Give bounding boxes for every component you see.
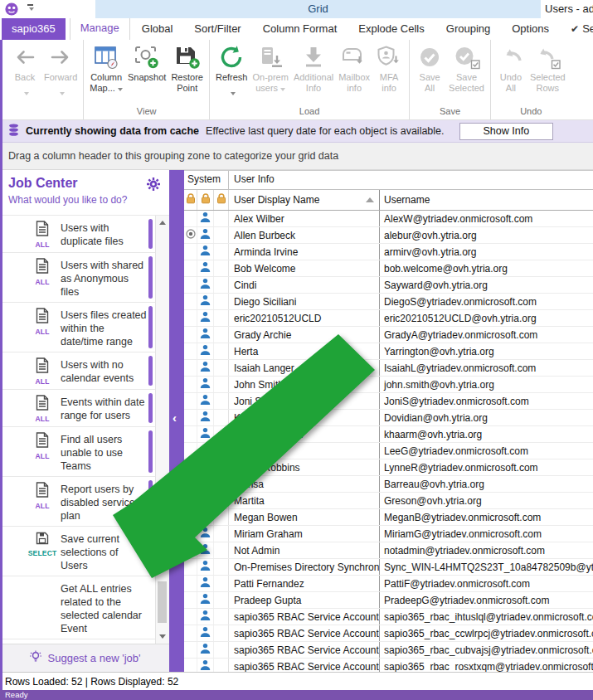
table-row[interactable]: John Smithjohn.smith@ovh.ytria.org <box>184 377 593 393</box>
table-row[interactable]: MartitaGreson@ovh.ytria.org <box>184 493 593 509</box>
suggest-job-button[interactable]: Suggest a new 'job' <box>0 644 169 672</box>
column-header-display-name-label: User Display Name <box>234 194 319 206</box>
show-info-button[interactable]: Show Info <box>459 123 554 140</box>
tab-manage[interactable]: Manage <box>70 18 130 40</box>
forward-button[interactable]: Forward <box>41 41 80 90</box>
quick-access-dropdown-icon[interactable] <box>27 4 34 11</box>
cell-empty <box>214 459 229 475</box>
table-row[interactable]: Isaiah LangerIsaiahL@ytriadev.onmicrosof… <box>184 360 593 377</box>
table-row[interactable]: sapio365 RBAC Service Accountsapio365_rb… <box>184 642 593 659</box>
tab-sapio365[interactable]: sapio365 <box>2 18 66 40</box>
table-row[interactable]: Joni ShermanJoniS@ytriadev.onmicrosoft.c… <box>184 393 593 410</box>
cell-display-name: Not Admin <box>229 542 380 558</box>
group-header-system[interactable]: System <box>184 171 229 189</box>
job-item-3[interactable]: ALLUsers files created within the date/t… <box>0 303 155 352</box>
button-label: Mailboxinfo <box>338 72 370 94</box>
job-item-label: Events within date range for users <box>55 395 147 423</box>
table-row[interactable]: KariDovidian@ovh.ytria.org <box>184 410 593 426</box>
scrollbar-thumb[interactable] <box>158 581 167 623</box>
cell-empty <box>214 277 229 293</box>
snapshot-button[interactable]: Snapshot <box>125 41 168 83</box>
job-item-4[interactable]: ALLUsers with no calendar events <box>0 352 155 390</box>
onprem-icon <box>256 44 284 70</box>
job-item-label: Users with duplicate files <box>55 221 147 249</box>
tab-explode-cells[interactable]: Explode Cells <box>348 18 435 40</box>
job-item-8[interactable]: SELECTSave current selections of Users <box>0 527 155 576</box>
cell-display-name: eric20210512UCLD <box>229 310 380 326</box>
table-row[interactable]: Lynne RobbinsLynneR@ytriadev.onmicrosoft… <box>184 459 593 476</box>
table-row[interactable]: Megan BowenMeganB@ytriadev.onmicrosoft.c… <box>184 509 593 526</box>
table-row[interactable]: Patti FernandezPattiF@ytriadev.onmicroso… <box>184 576 593 592</box>
scroll-down-icon[interactable] <box>159 634 166 639</box>
table-row[interactable]: sapio365 RBAC Service Accountsapio365_rb… <box>184 625 593 642</box>
job-item-7[interactable]: ALLReport users by disabled service plan <box>0 477 155 527</box>
table-row[interactable]: eric20210512UCLDeric20210512UCLD@ovh.ytr… <box>184 310 593 327</box>
job-item-2[interactable]: ALLUsers with shared as Anonymous files <box>0 253 155 303</box>
table-row[interactable]: HertaYarrington@ovh.ytria.org <box>184 343 593 360</box>
collapse-strip[interactable]: ‹ <box>169 170 184 672</box>
cell-user-type <box>197 642 214 658</box>
column-header-lock-3[interactable] <box>214 190 229 210</box>
table-row[interactable]: Grady ArchieGradyA@ytriadev.onmicrosoft.… <box>184 327 593 343</box>
job-center-title: Job Center <box>8 176 163 191</box>
job-item-9[interactable]: Get ALL entries related to the selected … <box>0 576 155 639</box>
tab-sort-filter[interactable]: Sort/Filter <box>184 18 250 40</box>
colmap-button[interactable]: ColumnMap... <box>87 41 125 94</box>
table-row[interactable]: On-Premises Directory SynchronSync_WIN-L… <box>184 559 593 576</box>
gear-icon[interactable] <box>146 177 161 192</box>
database-icon <box>8 124 19 139</box>
mailbox-button[interactable]: Mailboxinfo <box>336 41 372 94</box>
table-row[interactable]: CindiSayward@ovh.ytria.org <box>184 277 593 294</box>
cell-username: DiegoS@ytriadev.onmicrosoft.com <box>380 294 593 309</box>
table-row[interactable]: Arminda Irvinearmirv@ovh.ytria.org <box>184 244 593 260</box>
onprem-button[interactable]: On-premusers <box>250 41 290 94</box>
undoall-button[interactable]: UndoAll <box>494 41 527 94</box>
table-row[interactable]: Allen Burbeckalebur@ovh.ytria.org <box>184 227 593 244</box>
table-row[interactable]: Alex WilberAlexW@ytriadev.onmicrosoft.co… <box>184 211 593 227</box>
column-header-display-name[interactable]: User Display Name <box>229 190 380 210</box>
job-item-10[interactable]: TEST IMPORT USERSView by status <box>0 639 155 644</box>
restore-button[interactable]: RestorePoint <box>168 41 206 94</box>
column-header-lock-2[interactable] <box>197 190 214 210</box>
table-row[interactable]: Pradeep GuptaPradeepG@ytriadev.onmicroso… <box>184 592 593 609</box>
ribbon-group-label: Load <box>213 105 406 119</box>
tab-global[interactable]: Global <box>132 18 183 40</box>
back-button[interactable]: Back <box>8 41 41 90</box>
saveall-button[interactable]: SaveAll <box>413 41 446 94</box>
job-item-5[interactable]: ALLEvents within date range for users <box>0 390 155 427</box>
scroll-up-icon[interactable] <box>159 221 166 225</box>
tab-column-format[interactable]: Column Format <box>253 18 348 40</box>
tab-grouping[interactable]: Grouping <box>436 18 500 40</box>
grouping-zone[interactable]: Drag a column header to this grouping zo… <box>0 143 593 170</box>
app-logo-icon[interactable] <box>5 2 18 16</box>
tab-options[interactable]: Options <box>502 18 559 40</box>
collapse-chevron-icon[interactable]: ‹ <box>173 411 177 425</box>
scope-badge: SELECT <box>28 549 57 557</box>
table-row[interactable]: Not Adminnotadmin@ytriadev.onmicrosoft.c… <box>184 542 593 559</box>
table-row[interactable]: sapio365 RBAC Service Accountsapio365_rb… <box>184 609 593 625</box>
refresh-button[interactable]: Refresh <box>213 41 250 90</box>
group-header-user-info[interactable]: User Info <box>229 171 593 189</box>
user-icon <box>200 543 211 557</box>
savesel-button[interactable]: SaveSelected <box>446 41 487 94</box>
job-item-1[interactable]: ALLUsers with duplicate files <box>0 216 155 253</box>
undosel-button[interactable]: SelectedRows <box>527 41 568 94</box>
table-row[interactable]: Khalid Armitagekhaarm@ovh.ytria.org <box>184 426 593 443</box>
tab-session[interactable]: ✔Session <box>561 18 593 40</box>
table-row[interactable]: Bob Welcomebob.welcome@ovh.ytria.org <box>184 260 593 277</box>
cell-username: AlexW@ytriadev.onmicrosoft.com <box>380 211 593 226</box>
table-row[interactable]: MarisaBarreau@ovh.ytria.org <box>184 476 593 493</box>
cell-system-marker <box>184 393 197 409</box>
column-header-username[interactable]: Username <box>380 190 593 210</box>
table-row[interactable]: Lee GuLeeG@ytriadev.onmicrosoft.com <box>184 443 593 459</box>
button-label: On-premusers <box>252 72 288 94</box>
job-item-6[interactable]: ALLFind all users unable to use Teams <box>0 427 155 477</box>
mfa-button[interactable]: MFAinfo <box>372 41 406 94</box>
table-row[interactable]: sapio365 RBAC Service Accountsapio365_rb… <box>184 659 593 672</box>
addinfo-button[interactable]: AdditionalInfo <box>291 41 336 94</box>
cell-empty <box>214 360 229 376</box>
sidebar-scrollbar[interactable] <box>155 216 169 644</box>
column-header-lock-1[interactable] <box>184 190 197 210</box>
table-row[interactable]: Diego SicilianiDiegoS@ytriadev.onmicroso… <box>184 294 593 310</box>
table-row[interactable]: Miriam GrahamMiriamG@ytriadev.onmicrosof… <box>184 526 593 542</box>
